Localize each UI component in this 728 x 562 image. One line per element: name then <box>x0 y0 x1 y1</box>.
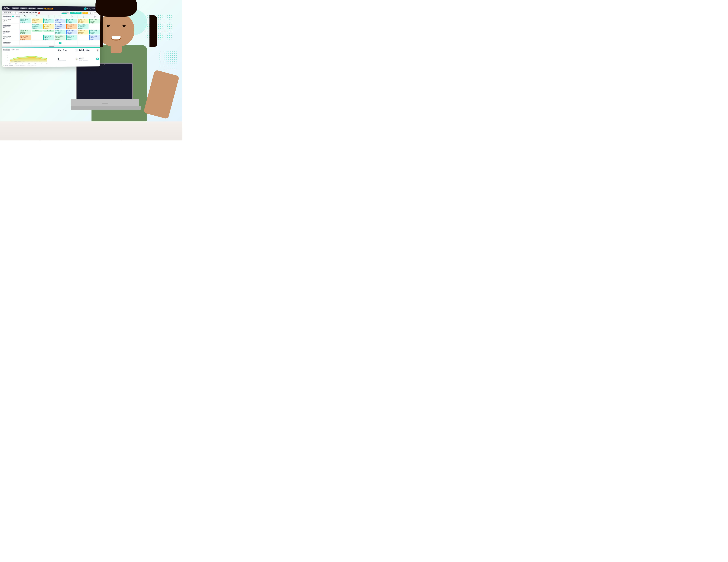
cell-6997-thu[interactable]: Store_100110:45am - 5:30pm <box>66 24 78 29</box>
cell-596-tue[interactable]: ALL DAY <box>43 29 55 35</box>
cell-6892-tue[interactable]: Store_100110:45am - 7:30pm <box>43 18 55 24</box>
cell-6997-wed[interactable]: Store_100110:45am - 7:30pm <box>55 24 66 29</box>
cell-8077-sun[interactable] <box>20 40 31 45</box>
cell-596-sun[interactable]: Store_100111:30am - 5:30pm <box>20 29 31 35</box>
legend-dot-gray <box>26 65 27 65</box>
shift-block[interactable]: Store_10019:00am - 5:30pm <box>43 35 54 40</box>
shift-block[interactable]: Store_100110:45am - 5:30pm <box>78 24 88 29</box>
cell-6997-fri[interactable]: Store_100110:45am - 5:30pm <box>78 24 89 29</box>
cell-6997-sun[interactable] <box>20 24 31 29</box>
shift-block[interactable]: Store_100110:45am - 5:30pm <box>55 30 66 34</box>
stat-scheduled-hours-content: 149 h : 0 m Scheduled Hours <box>79 49 90 52</box>
nav-help[interactable]: Help Center <box>44 8 53 9</box>
cell-3187-wed[interactable]: Store_10019:00am - 5:30pm <box>55 35 66 40</box>
actual-hours-label: Actual Hours <box>58 52 67 53</box>
shift-block[interactable]: Store_10019:00am - 5:30pm <box>66 35 77 40</box>
cell-596-sat[interactable]: Store_100111:30am - 5:30pm <box>89 29 100 35</box>
add-shift-button[interactable]: + <box>48 42 50 44</box>
shift-block[interactable]: Store_100111:30am - 5:30pm <box>89 30 100 34</box>
cell-8077-fri[interactable] <box>78 40 89 45</box>
cell-596-wed[interactable]: Store_100110:45am - 5:30pm <box>55 29 66 35</box>
day-sun-num: 3 <box>20 16 30 17</box>
day-header-sun: Sun 3 <box>20 15 31 18</box>
shift-block[interactable]: Store_100111:30am - 8:30pm <box>89 19 100 24</box>
shift-block[interactable]: Store_10019:00am - 5:30pm <box>89 35 100 40</box>
shift-block[interactable]: Store_100111:30am - 6:30pm <box>20 35 31 40</box>
store-selector[interactable]: Store_1001 ▾ <box>3 11 12 14</box>
lightning-icon: ⚡ <box>71 12 73 13</box>
cell-8077-mon[interactable] <box>31 40 43 45</box>
tab-boxes[interactable]: Boxes <box>16 49 19 51</box>
cell-8077-tue[interactable]: + <box>43 40 55 45</box>
cell-596-mon[interactable]: ALL DAY <box>31 29 43 35</box>
shift-block[interactable]: Store_100110:45am - 7:30pm <box>32 18 42 23</box>
person-teeth <box>112 36 121 39</box>
cell-8077-wed[interactable]: ⊕ <box>55 40 66 45</box>
cell-8077-sat[interactable] <box>89 40 100 45</box>
stat-scheduled-hours: 149 h : 0 m Scheduled Hours 📅 <box>79 49 99 57</box>
auto-build-button[interactable]: ⚡ AUTO BUILD <box>70 12 81 14</box>
shift-block[interactable]: Store_100110:45am - 7:30pm <box>43 19 54 23</box>
cell-6997-tue[interactable]: Store_100110:45am - 7:30pm <box>43 24 55 29</box>
cell-3187-sat[interactable]: Store_10019:00am - 5:30pm <box>89 35 100 40</box>
emp-hours-6997: 39.0 <box>3 27 19 28</box>
shift-block[interactable]: Store_10015:00pm - 10:00pm <box>66 19 77 23</box>
cell-596-thu[interactable]: Store_100110:45am - 5:30pm <box>66 29 78 35</box>
cell-8077-thu[interactable] <box>66 40 78 45</box>
shift-block[interactable]: Store_100110:45am - 7:30pm <box>43 24 54 29</box>
emp-hours-6892: 35.0 <box>3 21 19 22</box>
legend-label-coverage: Planned Coverage <box>5 65 13 66</box>
person-hair-top <box>95 0 137 17</box>
cell-6892-sat[interactable]: Store_100111:30am - 8:30pm <box>89 18 100 24</box>
cell-3187-tue[interactable]: Store_10019:00am - 5:30pm <box>43 35 55 40</box>
shift-block[interactable]: Store_100110:45am - 7:30pm <box>32 24 42 29</box>
all-day-block[interactable]: ALL DAY <box>43 30 54 32</box>
cell-6892-wed[interactable]: Store_10015:00pm - 10:00pm <box>55 18 66 24</box>
next-week-button[interactable]: › <box>16 11 18 14</box>
all-day-block[interactable]: ALL DAY <box>32 30 42 32</box>
nav-employees[interactable]: Employees <box>28 7 36 9</box>
cell-6892-sun[interactable]: Store_100111:30am - 5:30pm <box>20 18 31 24</box>
day-header-tue: Tue 5 <box>43 15 55 18</box>
cell-6892-thu[interactable]: Store_10015:00pm - 10:00pm <box>66 18 78 24</box>
nav-locations[interactable]: Locations <box>20 7 27 9</box>
shift-block[interactable]: Store_10015:00pm - 10:00pm <box>55 19 66 23</box>
planned-earned-value: 99.83 <box>79 58 88 60</box>
shift-block[interactable]: Store_10019:00am - 5:30pm <box>55 35 66 40</box>
svg-text:22: 22 <box>7 57 8 58</box>
shift-block[interactable]: Store_100110:45am - 7:30pm <box>55 24 66 29</box>
auto-build-text: AUTO BUILD <box>73 12 80 13</box>
tab-earned-hours[interactable]: Earned Hours <box>3 49 10 51</box>
cell-6997-sat[interactable] <box>89 24 100 29</box>
cell-6892-mon[interactable]: Store_100110:45am - 7:30pm <box>31 18 43 24</box>
shift-block[interactable]: Store_100110:45am - 5:30pm <box>66 24 77 29</box>
person-eye-right <box>122 25 126 27</box>
nav-settings[interactable]: Settings <box>37 7 44 9</box>
prev-week-button[interactable]: ‹ <box>13 11 16 14</box>
employee-info-6997: Employee 6997 Sales Consultant 39.0 <box>2 24 20 29</box>
nav-reporting[interactable]: Reporting <box>12 7 19 9</box>
ranking-toggle[interactable]: ● <box>12 16 14 17</box>
day-fri-num: 8 <box>78 17 88 18</box>
chart-legend: Planned Coverage Planned Earn Hours Actu… <box>3 64 55 66</box>
draft-button[interactable]: Draft ▾ <box>82 12 88 14</box>
shift-block[interactable]: Store_100110:45am - 5:30pm <box>78 19 89 23</box>
cell-6892-fri[interactable]: Store_100110:45am - 5:30pm <box>78 18 89 24</box>
shift-block[interactable]: Store_100111:30am - 5:30pm <box>20 18 31 23</box>
download-icon[interactable]: ⬇ <box>96 57 99 60</box>
shift-block[interactable]: Store_100111:30am - 5:30pm <box>78 30 88 34</box>
stat-actual-hours-content: 0 h : 0 m Actual Hours <box>58 49 67 53</box>
shift-block[interactable]: Store_100111:30am - 5:30pm <box>20 30 31 34</box>
cell-3187-sun[interactable]: Store_100111:30am - 6:30pm <box>20 35 31 40</box>
employee-row-6892: Employee 6892 Sales Consultant 35.0 Stor… <box>2 18 100 24</box>
filter-button[interactable]: ⊞ <box>89 11 92 14</box>
cell-6997-mon[interactable]: Store_100110:45am - 7:30pm <box>31 24 43 29</box>
tab-traffic[interactable]: Traffic <box>11 49 14 51</box>
cell-3187-thu[interactable]: Store_10019:00am - 5:30pm <box>66 35 78 40</box>
cell-3187-fri[interactable] <box>78 35 89 40</box>
copy-shift-button[interactable]: ⊕ <box>59 42 61 44</box>
cell-596-fri[interactable]: Store_100111:30am - 5:30pm <box>78 29 89 35</box>
actual-earned-value: 0 <box>58 58 66 60</box>
cell-3187-mon[interactable] <box>31 35 43 40</box>
shift-block[interactable]: Store_100110:45am - 5:30pm <box>66 30 77 34</box>
